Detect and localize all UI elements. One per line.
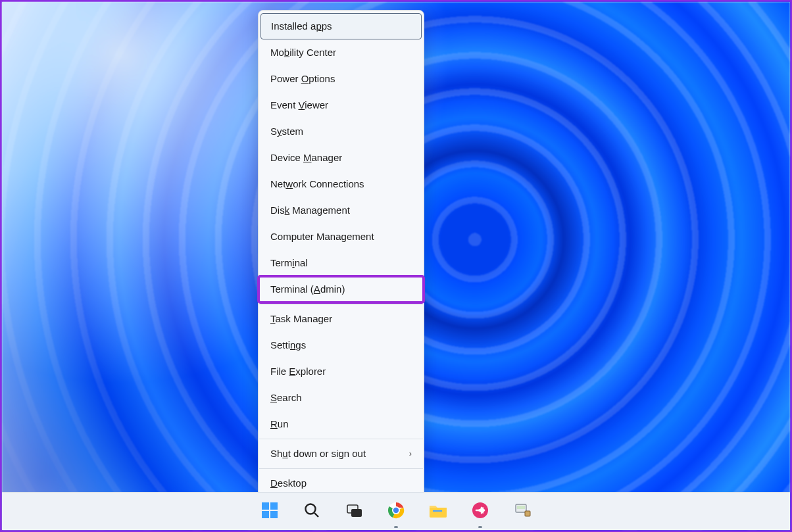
menu-item[interactable]: Shut down or sign out›	[259, 441, 424, 467]
menu-item[interactable]: Power Options	[259, 66, 424, 92]
svg-point-11	[393, 507, 399, 512]
start-button[interactable]	[256, 498, 284, 525]
taskbar	[2, 492, 790, 530]
menu-item[interactable]: Search	[259, 385, 424, 411]
menu-item-label: Power Options	[270, 72, 335, 86]
menu-item[interactable]: Installed apps	[260, 13, 422, 39]
chevron-right-icon: ›	[409, 447, 412, 461]
chrome-button[interactable]	[382, 498, 410, 525]
svg-rect-8	[351, 509, 362, 517]
task-view-button[interactable]	[340, 498, 368, 525]
svg-rect-12	[433, 510, 442, 512]
winx-context-menu: Installed appsMobility CenterPower Optio…	[258, 10, 424, 500]
menu-item-label: Computer Management	[270, 230, 374, 244]
folder-icon	[428, 502, 448, 521]
menu-item-label: Mobility Center	[270, 45, 336, 60]
menu-item-label: Run	[270, 417, 289, 431]
recorder-icon	[471, 501, 489, 522]
desktop: Installed appsMobility CenterPower Optio…	[0, 0, 792, 532]
menu-item-label: Task Manager	[270, 312, 332, 326]
device-icon	[513, 502, 532, 521]
menu-item-label: Shut down or sign out	[270, 447, 366, 461]
svg-rect-3	[262, 511, 269, 518]
svg-line-6	[314, 513, 318, 517]
menu-item-label: Event Viewer	[270, 98, 328, 112]
svg-rect-4	[270, 511, 278, 518]
menu-item-label: Disk Management	[270, 203, 350, 218]
chrome-icon	[387, 501, 405, 522]
menu-item-label: System	[270, 124, 303, 139]
menu-separator	[259, 304, 423, 304]
menu-item-label: Terminal (Admin)	[270, 282, 345, 297]
search-icon	[303, 502, 320, 521]
menu-item[interactable]: Terminal	[259, 250, 424, 276]
svg-point-5	[306, 504, 316, 514]
menu-item[interactable]: Run	[259, 411, 424, 437]
menu-item[interactable]: Terminal (Admin)	[259, 276, 424, 302]
device-app-button[interactable]	[508, 498, 536, 525]
running-indicator	[394, 526, 398, 528]
running-indicator	[478, 526, 482, 528]
menu-item-label: Installed apps	[271, 19, 332, 34]
menu-item-label: Terminal	[270, 256, 308, 270]
menu-item[interactable]: File Explorer	[259, 358, 424, 385]
menu-item-label: Network Connections	[270, 177, 364, 191]
menu-separator	[259, 439, 423, 439]
menu-item[interactable]: Network Connections	[259, 171, 424, 197]
menu-item[interactable]: Device Manager	[259, 145, 424, 171]
svg-rect-1	[262, 502, 269, 510]
menu-item[interactable]: Mobility Center	[259, 39, 424, 66]
menu-item[interactable]: Computer Management	[259, 224, 424, 250]
menu-item-label: Desktop	[270, 476, 307, 491]
recorder-button[interactable]	[466, 498, 494, 525]
file-explorer-button[interactable]	[424, 498, 452, 525]
windows-icon	[260, 501, 279, 522]
menu-item-label: Settings	[270, 338, 306, 352]
menu-separator	[259, 468, 423, 469]
menu-item-label: File Explorer	[270, 364, 326, 379]
menu-item[interactable]: Event Viewer	[259, 92, 424, 118]
menu-item[interactable]: System	[259, 118, 424, 145]
menu-item-label: Device Manager	[270, 151, 342, 165]
menu-item-label: Search	[270, 391, 302, 405]
menu-item[interactable]: Task Manager	[259, 306, 424, 332]
svg-rect-16	[525, 511, 530, 516]
svg-rect-15	[517, 506, 525, 509]
search-button[interactable]	[298, 498, 326, 525]
svg-rect-2	[270, 502, 278, 510]
taskview-icon	[345, 502, 362, 521]
menu-item[interactable]: Settings	[259, 332, 424, 358]
menu-item[interactable]: Disk Management	[259, 197, 424, 224]
